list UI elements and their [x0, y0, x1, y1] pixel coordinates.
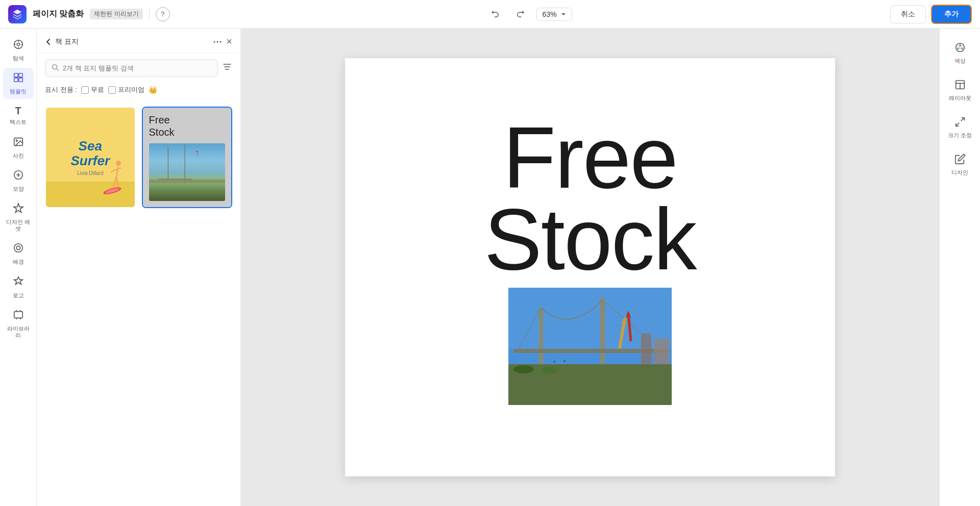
help-button[interactable]: ?: [156, 7, 170, 21]
sidebar-item-library[interactable]: 라이브러리: [3, 305, 34, 343]
sidebar-item-explore-label: 탐색: [13, 55, 24, 62]
svg-point-53: [564, 360, 566, 362]
sidebar-item-shape-label: 모양: [13, 186, 24, 192]
right-item-color[interactable]: 색상: [943, 37, 977, 70]
search-area: [37, 53, 240, 83]
right-item-design[interactable]: 디자인: [943, 148, 977, 182]
template-grid: SeaSurfer Livia Dillard: [37, 100, 240, 214]
svg-line-30: [111, 169, 116, 172]
panel-close-button[interactable]: ×: [226, 36, 232, 47]
design-icon: [954, 154, 966, 167]
preview-badge: 제한된 미리보기: [90, 9, 142, 19]
svg-line-33: [116, 177, 118, 187]
shape-icon: [13, 169, 24, 184]
design-asset-icon: [13, 203, 24, 217]
zoom-control[interactable]: 63%: [536, 8, 572, 21]
svg-rect-6: [14, 73, 17, 77]
add-button[interactable]: 추가: [931, 5, 972, 24]
right-item-resize-label: 크기 조정: [948, 132, 972, 139]
zoom-level: 63%: [542, 10, 556, 18]
layout-icon: [954, 79, 966, 92]
svg-rect-39: [149, 180, 226, 183]
sidebar-item-background[interactable]: 배경: [3, 238, 34, 269]
svg-point-1: [17, 43, 20, 46]
free-stock-card: FreeStock: [143, 108, 232, 207]
panel-back-button[interactable]: 책 표지: [45, 37, 79, 46]
right-item-design-label: 디자인: [951, 169, 968, 176]
svg-rect-15: [14, 311, 22, 318]
logo-icon: [13, 276, 24, 290]
sidebar-item-text-label: 텍스트: [10, 119, 27, 125]
main: 탐색 템플릿 T 텍스트 사진 모양: [0, 29, 980, 506]
background-icon: [13, 242, 24, 257]
svg-rect-44: [600, 298, 605, 364]
svg-rect-9: [18, 78, 22, 82]
premium-badge-icon: 👑: [149, 86, 157, 94]
sidebar-item-library-label: 라이브러리: [5, 325, 32, 339]
svg-point-47: [542, 367, 557, 374]
canvas-title-line1: Free: [503, 114, 677, 201]
sidebar-item-text[interactable]: T 텍스트: [3, 101, 34, 130]
svg-rect-7: [18, 73, 22, 77]
right-panel: 색상 레이아웃 크기 조정 디자인: [939, 29, 980, 506]
premium-checkbox[interactable]: [108, 86, 116, 94]
panel-title: 책 표지: [55, 37, 79, 46]
svg-line-31: [116, 168, 121, 169]
svg-rect-55: [654, 339, 669, 364]
svg-point-59: [961, 47, 963, 49]
filter-button[interactable]: [222, 62, 232, 74]
header-center: 63%: [487, 6, 572, 22]
canvas-bridge-image: [508, 288, 672, 405]
header-right: 취소 추가: [890, 5, 972, 24]
header-left: 페이지 맞춤화 제한된 미리보기 ?: [8, 5, 170, 23]
svg-line-29: [116, 166, 118, 177]
explore-icon: [13, 39, 24, 53]
right-item-layout[interactable]: 레이아웃: [943, 74, 977, 107]
template-panel: 책 표지 × 표시 전용 :: [37, 29, 241, 506]
library-icon: [13, 309, 24, 323]
resize-icon: [954, 116, 966, 130]
svg-point-22: [220, 41, 222, 42]
sidebar-item-template[interactable]: 템플릿: [3, 68, 34, 99]
filter-premium-check[interactable]: 프리미엄: [108, 85, 144, 94]
svg-point-14: [16, 246, 20, 250]
sidebar-item-photo[interactable]: 사진: [3, 132, 34, 163]
canvas-area: Free Stock: [241, 29, 939, 506]
svg-point-13: [14, 244, 22, 252]
svg-point-20: [214, 41, 215, 42]
sidebar: 탐색 템플릿 T 텍스트 사진 모양: [0, 29, 37, 506]
photo-icon: [13, 136, 24, 150]
template-icon: [13, 72, 24, 86]
svg-point-46: [513, 365, 534, 373]
svg-point-28: [116, 161, 121, 166]
panel-more-button[interactable]: [213, 37, 222, 46]
sidebar-item-explore[interactable]: 탐색: [3, 35, 34, 66]
panel-header-right: ×: [213, 36, 232, 47]
free-checkbox[interactable]: [81, 86, 89, 94]
right-item-resize[interactable]: 크기 조정: [943, 111, 977, 144]
canvas-title-line2: Stock: [484, 196, 696, 283]
svg-point-58: [959, 44, 961, 46]
panel-header-left: 책 표지: [45, 37, 79, 46]
bridge-scene: [508, 288, 672, 405]
undo-button[interactable]: [487, 6, 504, 22]
sidebar-item-logo[interactable]: 로고: [3, 272, 34, 303]
header-divider: [149, 8, 150, 20]
sidebar-item-background-label: 배경: [13, 259, 24, 265]
sidebar-item-shape[interactable]: 모양: [3, 165, 34, 196]
search-input[interactable]: [63, 64, 211, 72]
template-item-free-stock[interactable]: FreeStock: [142, 107, 233, 208]
template-item-sea-surfer[interactable]: SeaSurfer Livia Dillard: [45, 107, 136, 208]
redo-button[interactable]: [512, 6, 528, 22]
sidebar-item-design-asset[interactable]: 디자인 에셋: [3, 198, 34, 236]
app-title: 페이지 맞춤화: [33, 9, 84, 19]
text-icon: T: [15, 105, 21, 117]
bridge-image-mini: ↑: [149, 143, 226, 201]
filter-label: 표시 전용 :: [45, 85, 77, 94]
svg-point-60: [957, 47, 959, 49]
sea-surfer-card: SeaSurfer Livia Dillard: [46, 108, 135, 207]
filter-free-check[interactable]: 무료: [81, 85, 104, 94]
right-item-color-label: 색상: [954, 57, 966, 65]
svg-rect-54: [641, 334, 651, 364]
cancel-button[interactable]: 취소: [890, 5, 926, 23]
